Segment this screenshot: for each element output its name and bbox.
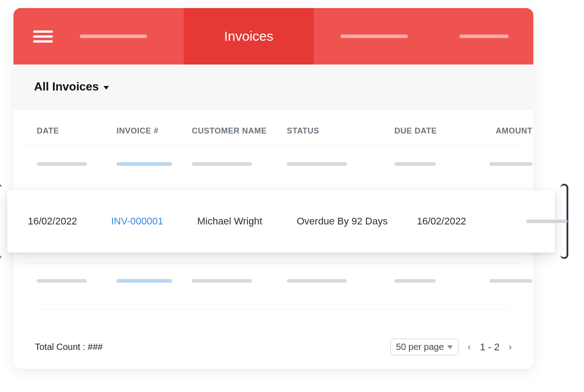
table-row[interactable] (26, 263, 521, 299)
cell-placeholder (394, 162, 436, 166)
cell-customer: Michael Wright (197, 215, 297, 227)
subheader: All Invoices (13, 65, 533, 109)
col-status: STATUS (287, 126, 394, 136)
cell-placeholder (489, 162, 532, 166)
divider (38, 309, 509, 310)
filter-dropdown[interactable]: All Invoices (34, 80, 109, 94)
page-range: 1 - 2 (480, 341, 500, 353)
pagination: 50 per page ‹ 1 - 2 › (390, 339, 512, 355)
cell-due-date: 16/02/2022 (417, 215, 509, 227)
cell-placeholder (287, 162, 347, 166)
tab-placeholder-1[interactable] (314, 8, 435, 65)
table-header-row: DATE INVOICE # CUSTOMER NAME STATUS DUE … (26, 109, 521, 146)
col-customer: CUSTOMER NAME (192, 126, 287, 136)
tab-placeholder-2[interactable] (435, 8, 533, 65)
col-date: DATE (37, 126, 117, 136)
highlighted-invoice-row[interactable]: 16/02/2022 INV-000001 Michael Wright Ove… (0, 186, 564, 256)
table-row[interactable] (26, 146, 521, 182)
cell-placeholder (37, 162, 87, 166)
cell-amount-placeholder (526, 220, 567, 223)
cell-date: 16/02/2022 (28, 215, 111, 227)
cell-placeholder (287, 279, 347, 283)
cell-placeholder (192, 162, 252, 166)
app-header: Invoices (13, 8, 533, 65)
chevron-down-icon (447, 345, 453, 349)
cell-placeholder (117, 279, 172, 283)
cell-invoice-link[interactable]: INV-000001 (111, 215, 197, 227)
filter-label: All Invoices (34, 80, 99, 94)
bracket-left-icon (0, 184, 2, 259)
prev-page-button[interactable]: ‹ (467, 341, 471, 353)
next-page-button[interactable]: › (509, 341, 512, 353)
header-placeholder (80, 34, 147, 38)
col-due-date: DUE DATE (394, 126, 479, 136)
tab-label: Invoices (224, 29, 273, 44)
menu-icon[interactable] (33, 30, 53, 43)
cell-placeholder (117, 162, 172, 166)
cell-placeholder (192, 279, 252, 283)
cell-placeholder (394, 279, 436, 283)
per-page-label: 50 per page (396, 342, 444, 352)
per-page-dropdown[interactable]: 50 per page (390, 339, 459, 355)
header-left (13, 8, 184, 65)
cell-placeholder (489, 279, 532, 283)
col-invoice: INVOICE # (117, 126, 192, 136)
cell-status: Overdue By 92 Days (297, 215, 417, 227)
col-amount: AMOUNT (479, 126, 532, 136)
invoice-row-card: 16/02/2022 INV-000001 Michael Wright Ove… (7, 190, 555, 253)
tab-invoices[interactable]: Invoices (184, 8, 314, 65)
cell-placeholder (37, 279, 87, 283)
total-count-label: Total Count : ### (35, 342, 103, 352)
table-footer: Total Count : ### 50 per page ‹ 1 - 2 › (35, 339, 512, 355)
caret-down-icon (104, 86, 109, 90)
